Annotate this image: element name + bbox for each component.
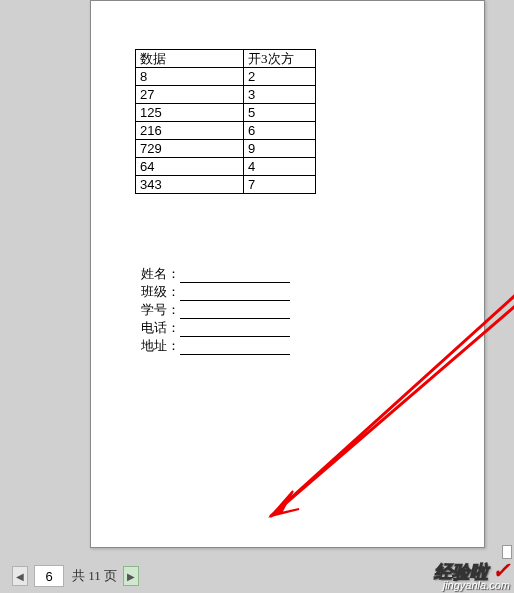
- header-data: 数据: [136, 50, 244, 68]
- table-row: 1255: [136, 104, 316, 122]
- table-row: 2166: [136, 122, 316, 140]
- prev-page-button[interactable]: ◀: [12, 566, 28, 586]
- table-row: 3437: [136, 176, 316, 194]
- table-header-row: 数据 开3次方: [136, 50, 316, 68]
- next-page-button[interactable]: ▶: [123, 566, 139, 586]
- form-row-class: 班级：: [141, 283, 290, 301]
- page-total-label: 共 11 页: [72, 567, 117, 585]
- page-navigation: ◀ 共 11 页 ▶: [0, 559, 514, 593]
- header-cuberoot: 开3次方: [244, 50, 316, 68]
- blank-line: [180, 323, 290, 337]
- cube-root-table: 数据 开3次方 82 273 1255 2166 7299 644 3437: [135, 49, 316, 194]
- blank-line: [180, 287, 290, 301]
- label-name: 姓名：: [141, 265, 180, 283]
- label-class: 班级：: [141, 283, 180, 301]
- table-row: 7299: [136, 140, 316, 158]
- form-row-phone: 电话：: [141, 319, 290, 337]
- document-page: 数据 开3次方 82 273 1255 2166 7299 644 3437 姓…: [90, 0, 485, 548]
- table-row: 273: [136, 86, 316, 104]
- label-addr: 地址：: [141, 337, 180, 355]
- blank-line: [180, 269, 290, 283]
- page-number-input[interactable]: [34, 565, 64, 587]
- form-row-addr: 地址：: [141, 337, 290, 355]
- page-corner-icon: [502, 545, 512, 559]
- form-row-id: 学号：: [141, 301, 290, 319]
- label-id: 学号：: [141, 301, 180, 319]
- table-row: 644: [136, 158, 316, 176]
- table-row: 82: [136, 68, 316, 86]
- info-form: 姓名： 班级： 学号： 电话： 地址：: [141, 265, 290, 355]
- form-row-name: 姓名：: [141, 265, 290, 283]
- blank-line: [180, 341, 290, 355]
- label-phone: 电话：: [141, 319, 180, 337]
- blank-line: [180, 305, 290, 319]
